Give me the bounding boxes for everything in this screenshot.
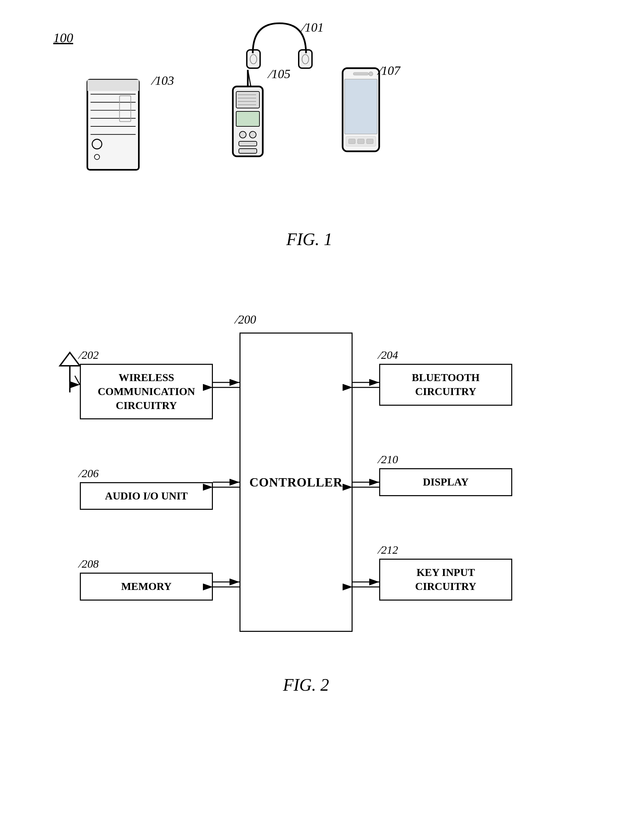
- label-103: ∕103: [153, 73, 174, 88]
- bluetooth-box-wrapper: ∕204 BLUETOOTH CIRCUITRY: [379, 364, 512, 405]
- label-202: ∕202: [80, 349, 99, 362]
- label-200: ∕200: [236, 313, 256, 326]
- key-input-box-wrapper: ∕212 KEY INPUT CIRCUITRY: [379, 559, 512, 600]
- label-101: ∕101: [303, 20, 324, 35]
- key-input-box: KEY INPUT CIRCUITRY: [379, 559, 512, 600]
- display-box-wrapper: ∕210 DISPLAY: [379, 468, 512, 496]
- display-box: DISPLAY: [379, 468, 512, 496]
- svg-rect-7: [87, 80, 139, 91]
- svg-rect-25: [236, 111, 259, 126]
- label-210: ∕210: [379, 453, 398, 466]
- svg-rect-28: [239, 141, 257, 146]
- controller-label: CONTROLLER: [250, 475, 342, 489]
- svg-rect-33: [345, 79, 377, 134]
- label-105: ∕105: [269, 66, 290, 81]
- svg-point-32: [369, 72, 373, 76]
- svg-rect-31: [353, 72, 368, 75]
- memory-box-wrapper: ∕208 MEMORY: [80, 573, 213, 601]
- label-107: ∕107: [379, 63, 400, 78]
- phone-icon: [339, 66, 382, 153]
- right-boxes: ∕204 BLUETOOTH CIRCUITRY ∕210 DISPLAY ∕2…: [379, 333, 512, 632]
- label-206: ∕206: [80, 467, 99, 480]
- label-204: ∕204: [379, 349, 398, 362]
- audio-box: AUDIO I/O UNIT: [80, 482, 213, 510]
- walkie-talkie-icon: [226, 70, 269, 163]
- audio-box-wrapper: ∕206 AUDIO I/O UNIT: [80, 482, 213, 510]
- fig1-caption: FIG. 1: [27, 230, 592, 249]
- svg-rect-36: [358, 139, 364, 144]
- page: 100 ∕101 ∕103: [0, 0, 623, 840]
- svg-point-27: [250, 131, 256, 138]
- server-container: ∕103: [77, 77, 150, 178]
- svg-rect-37: [367, 139, 373, 144]
- label-212: ∕212: [379, 544, 398, 556]
- svg-point-26: [239, 131, 246, 138]
- left-boxes: ∕202 WIRELESS COMMUNICATION CIRCUITRY ∕2…: [80, 333, 213, 632]
- wireless-box-wrapper: ∕202 WIRELESS COMMUNICATION CIRCUITRY: [80, 364, 213, 419]
- antenna-icon: [57, 349, 83, 392]
- svg-rect-29: [239, 149, 257, 153]
- phone-container: ∕107: [339, 66, 382, 154]
- svg-rect-6: [87, 80, 139, 170]
- label-208: ∕208: [80, 558, 99, 570]
- memory-box: MEMORY: [80, 573, 213, 601]
- svg-rect-20: [236, 92, 259, 108]
- fig2-area: ∕200 CONTROLLER ∕202 WIRELESS COMMUNICAT…: [27, 299, 609, 765]
- wireless-box: WIRELESS COMMUNICATION CIRCUITRY: [80, 364, 213, 419]
- fig1-area: 100 ∕101 ∕103: [27, 10, 592, 243]
- block-diagram: ∕200 CONTROLLER ∕202 WIRELESS COMMUNICAT…: [46, 333, 605, 665]
- label-100: 100: [53, 30, 73, 46]
- controller-box: CONTROLLER: [239, 333, 353, 632]
- server-icon: [77, 77, 150, 176]
- svg-rect-35: [348, 139, 355, 144]
- bluetooth-box: BLUETOOTH CIRCUITRY: [379, 364, 512, 405]
- walkie-talkie-container: ∕105: [226, 70, 269, 164]
- fig2-caption: FIG. 2: [27, 675, 585, 695]
- svg-marker-39: [60, 353, 80, 366]
